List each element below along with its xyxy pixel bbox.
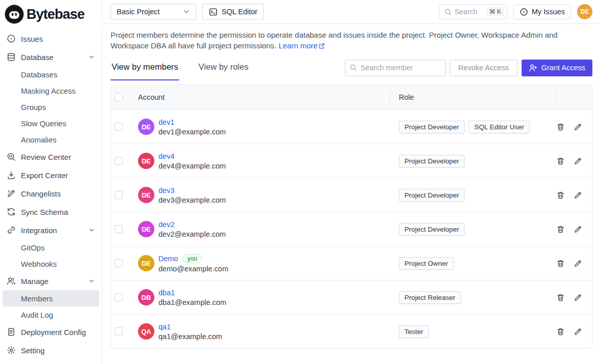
account-cell: QA qa1 qa1@example.com: [138, 323, 390, 341]
sidebar-item-label: Sync Schema: [21, 208, 68, 216]
member-name-link[interactable]: dev4: [158, 152, 174, 160]
sidebar-item-slow-queries[interactable]: Slow Queries: [3, 115, 99, 131]
edit-member-button[interactable]: [574, 157, 582, 165]
member-name-link[interactable]: dba1: [158, 289, 175, 297]
sidebar-item-members[interactable]: Members: [3, 290, 99, 306]
role-chip: Project Developer: [399, 223, 465, 236]
export-icon: [7, 171, 16, 180]
row-checkbox[interactable]: [115, 259, 123, 267]
learn-more-link[interactable]: Learn more: [279, 41, 325, 50]
sidebar-item-anomalies[interactable]: Anomalies: [3, 131, 99, 148]
member-row: DE dev4 dev4@example.com Project Develop…: [111, 144, 592, 178]
tab-view-by-members[interactable]: View by members: [111, 59, 179, 80]
row-checkbox[interactable]: [115, 191, 123, 199]
member-avatar: DE: [138, 221, 154, 237]
row-checkbox[interactable]: [115, 225, 123, 233]
sidebar-item-label: Deployment Config: [21, 328, 86, 337]
sync-icon: [7, 207, 16, 216]
sidebar-item-review-center[interactable]: Review Center: [3, 148, 99, 166]
member-avatar: QA: [138, 323, 154, 340]
sidebar-item-database[interactable]: Database: [3, 48, 99, 66]
row-checkbox[interactable]: [115, 157, 123, 165]
tab-view-by-roles[interactable]: View by roles: [198, 59, 250, 80]
role-chip: Project Developer: [399, 155, 465, 167]
member-row: QA qa1 qa1@example.com Tester: [111, 314, 592, 348]
row-checkbox[interactable]: [115, 327, 123, 335]
sidebar-item-label: Changelists: [21, 189, 61, 198]
member-search: [345, 60, 446, 76]
my-issues-button[interactable]: My Issues: [513, 4, 571, 19]
pencil-icon: [574, 123, 582, 131]
member-row: DB dba1 dba1@example.com Project Release…: [111, 280, 592, 314]
sidebar-item-masking-access[interactable]: Masking Access: [3, 82, 99, 99]
role-chip: SQL Editor User: [469, 121, 530, 133]
sidebar-item-issues[interactable]: Issues: [3, 30, 99, 48]
member-row: DE Demo you demo@example.com Project Own…: [111, 246, 592, 280]
account-cell: DE dev3 dev3@example.com: [138, 186, 390, 204]
row-checkbox-cell: [111, 259, 138, 267]
chevron-down-icon: [88, 53, 95, 61]
main-area: Basic Project SQL Editor Search ⌘ K: [102, 0, 598, 364]
edit-member-button[interactable]: [574, 293, 582, 302]
terminal-icon: [209, 8, 218, 16]
role-chip: Tester: [399, 325, 429, 338]
revoke-access-button[interactable]: Revoke Access: [450, 60, 518, 76]
members-table: Account Role DE dev1 dev1@example.com: [111, 85, 592, 349]
sidebar-item-sync-schema[interactable]: Sync Schema: [3, 203, 99, 221]
edit-member-button[interactable]: [574, 123, 582, 131]
page-description-text: Project members determine the permission…: [111, 31, 558, 50]
sql-editor-button[interactable]: SQL Editor: [202, 4, 264, 20]
delete-member-button[interactable]: [556, 259, 565, 268]
grant-access-button[interactable]: Grant Access: [522, 60, 592, 76]
sidebar-item-groups[interactable]: Groups: [3, 99, 99, 115]
edit-member-button[interactable]: [574, 225, 582, 234]
member-name-link[interactable]: dev2: [158, 220, 174, 229]
row-checkbox[interactable]: [115, 123, 123, 131]
sql-editor-label: SQL Editor: [222, 8, 257, 16]
actions-cell: [556, 225, 592, 234]
delete-member-button[interactable]: [556, 293, 565, 302]
sidebar-item-gitops[interactable]: GitOps: [3, 239, 99, 256]
member-name-link[interactable]: dev1: [158, 118, 174, 126]
sidebar-item-deployment-config[interactable]: Deployment Config: [3, 323, 99, 341]
role-chip: Project Developer: [399, 189, 465, 202]
trash-icon: [556, 225, 565, 234]
brand-logo[interactable]: Bytebase: [0, 0, 102, 29]
account-cell: DE dev2 dev2@example.com: [138, 220, 390, 238]
member-name-link[interactable]: Demo: [158, 255, 178, 263]
chevron-down-icon: [182, 8, 191, 16]
sidebar-item-manage[interactable]: Manage: [3, 272, 99, 290]
user-avatar[interactable]: DE: [577, 4, 592, 19]
edit-member-button[interactable]: [574, 191, 582, 200]
sidebar-item-changelists[interactable]: Changelists: [3, 184, 99, 203]
member-avatar: DB: [138, 289, 154, 305]
project-select[interactable]: Basic Project: [111, 4, 196, 20]
chevron-down-icon: [88, 277, 95, 285]
sidebar-item-databases[interactable]: Databases: [3, 66, 99, 82]
delete-member-button[interactable]: [556, 157, 565, 165]
delete-member-button[interactable]: [556, 123, 565, 131]
edit-member-button[interactable]: [574, 327, 582, 336]
gear-icon: [7, 346, 16, 355]
sidebar-item-export-center[interactable]: Export Center: [3, 166, 99, 184]
members-toolbar: View by members View by roles Revoke Acc…: [111, 59, 592, 80]
role-chip: Project Owner: [399, 257, 454, 270]
member-name-link[interactable]: qa1: [158, 323, 171, 331]
search-icon: [349, 64, 357, 71]
edit-member-button[interactable]: [574, 259, 582, 268]
sidebar-item-label: Database: [21, 53, 53, 62]
delete-member-button[interactable]: [556, 327, 565, 336]
sidebar-item-integration[interactable]: Integration: [3, 221, 99, 239]
row-checkbox[interactable]: [115, 293, 123, 301]
member-name-link[interactable]: dev3: [158, 186, 174, 194]
search-member-input[interactable]: [345, 60, 446, 76]
global-search-input[interactable]: Search ⌘ K: [439, 4, 507, 19]
role-cell: Project Developer: [390, 155, 556, 167]
sidebar-item-setting[interactable]: Setting: [3, 341, 99, 359]
delete-member-button[interactable]: [556, 225, 565, 234]
select-all-checkbox[interactable]: [115, 93, 123, 101]
delete-member-button[interactable]: [556, 191, 565, 200]
account-cell: DB dba1 dba1@example.com: [138, 289, 390, 306]
sidebar-item-webhooks[interactable]: Webhooks: [3, 256, 99, 272]
sidebar-item-audit-log[interactable]: Audit Log: [3, 306, 99, 323]
